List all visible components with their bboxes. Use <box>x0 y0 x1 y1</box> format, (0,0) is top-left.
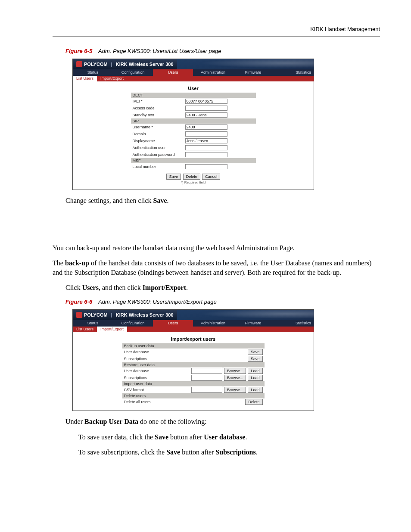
backup-subs-label: Subscriptions <box>124 357 147 361</box>
subtab-list-users[interactable]: List Users <box>73 76 97 81</box>
username-label: Username * <box>133 125 183 129</box>
tab-users[interactable]: Users <box>153 69 193 76</box>
admin-top-bar: POLYCOM | KIRK Wireless Server 300 <box>73 59 314 69</box>
tab-status[interactable]: Status <box>73 320 113 327</box>
text-bold: Users <box>82 284 99 291</box>
text: . <box>256 448 258 456</box>
ipei-field[interactable] <box>185 99 227 104</box>
restore-userdb-load-button[interactable]: Load <box>248 368 262 374</box>
import-csv-load-button[interactable]: Load <box>248 387 262 393</box>
standby-field[interactable] <box>185 112 227 118</box>
polycom-icon <box>76 312 82 318</box>
text: The <box>53 259 65 267</box>
tab-status[interactable]: Status <box>73 69 113 76</box>
import-csv-browse-button[interactable]: Browse... <box>224 387 246 393</box>
username-field[interactable] <box>185 124 227 130</box>
section-dect: DECT <box>131 93 256 98</box>
ie-panel-title: Import/export users <box>171 336 215 342</box>
main-tabs: Status Configuration Users Administratio… <box>73 69 314 76</box>
displayname-field[interactable] <box>185 138 227 143</box>
para-back-restore: You can back-up and restore the handset … <box>53 243 380 253</box>
text: of the handset data consists of two data… <box>53 259 371 276</box>
section-backup: Backup user data <box>122 343 265 348</box>
tab-statistics[interactable]: Statistics <box>273 69 314 76</box>
tab-configuration[interactable]: Configuration <box>113 69 153 76</box>
tab-configuration[interactable]: Configuration <box>113 320 153 327</box>
auth-pass-field[interactable] <box>185 152 227 157</box>
tab-statistics[interactable]: Statistics <box>273 320 314 327</box>
figure-caption-text: Adm. Page KWS300: Users/List Users/User … <box>98 48 221 54</box>
restore-subs-label: Subscriptions <box>124 376 147 380</box>
para-backup: The back-up of the handset data consists… <box>53 258 380 277</box>
delete-button[interactable]: Delete <box>183 174 200 180</box>
restore-subs-file[interactable] <box>191 375 222 381</box>
section-sip: SIP <box>131 118 256 124</box>
figure-6-5-caption: Figure 6-5 Adm. Page KWS300: Users/List … <box>65 48 380 54</box>
tab-firmware[interactable]: Firmware <box>233 320 273 327</box>
text-bold: Backup User Data <box>84 418 138 425</box>
backup-userdb-save-button[interactable]: Save <box>248 349 263 355</box>
subtab-import-export[interactable]: Import/Export <box>97 76 127 81</box>
cancel-button[interactable]: Cancel <box>202 174 220 180</box>
restore-userdb-browse-button[interactable]: Browse... <box>224 368 246 374</box>
text: . <box>245 433 247 441</box>
backup-subs-save-button[interactable]: Save <box>248 356 263 362</box>
user-panel-title: User <box>188 86 198 91</box>
tab-users[interactable]: Users <box>153 320 193 327</box>
text-bold: Subscriptions <box>215 448 255 456</box>
text: . <box>186 284 188 291</box>
auth-user-field[interactable] <box>185 145 227 150</box>
restore-subs-load-button[interactable]: Load <box>248 375 262 381</box>
figure-6-6-screenshot: POLYCOM | KIRK Wireless Server 300 Statu… <box>72 309 314 411</box>
figure-6-5-screenshot: POLYCOM | KIRK Wireless Server 300 Statu… <box>72 59 314 190</box>
tab-administration[interactable]: Administration <box>193 320 233 327</box>
section-delete: Delete users <box>122 393 265 398</box>
text-bold: back-up <box>65 259 89 267</box>
access-code-field[interactable] <box>185 106 227 111</box>
figure-6-6-caption: Figure 6-6 Adm. Page KWS300: Users/Impor… <box>65 299 380 305</box>
running-head: KIRK Handset Management <box>53 26 380 36</box>
domain-field[interactable] <box>185 131 227 137</box>
top-banner-graphic <box>177 59 314 69</box>
user-panel: DECT IPEI * Access code Standby text SIP… <box>131 93 256 184</box>
figure-caption-text: Adm. Page KWS300: Users/Import/Export pa… <box>98 299 217 305</box>
para-change-save: Change settings, and then click Save. <box>65 196 380 205</box>
tab-firmware[interactable]: Firmware <box>233 69 273 76</box>
ie-panel-body: Import/export users Backup user data Use… <box>73 332 314 411</box>
domain-label: Domain <box>133 132 183 136</box>
access-code-label: Access code <box>133 106 183 110</box>
import-csv-file[interactable] <box>191 387 222 393</box>
figure-id: Figure 6-5 <box>65 48 92 54</box>
text: Change settings, and then click <box>65 197 153 204</box>
admin-top-bar: POLYCOM | KIRK Wireless Server 300 <box>73 310 314 320</box>
sub-tabs: List Users Import/Export <box>73 76 314 81</box>
delete-all-button[interactable]: Delete <box>245 399 262 405</box>
para-click-import-export: Click Users, and then click Import/Expor… <box>65 283 380 292</box>
header-rule <box>53 36 380 37</box>
displayname-label: Displayname <box>133 139 183 143</box>
save-button[interactable]: Save <box>166 174 181 180</box>
top-banner-graphic <box>177 310 314 320</box>
brand-separator: | <box>111 62 112 67</box>
text: , and then click <box>99 284 143 291</box>
brand-a: POLYCOM <box>84 62 108 67</box>
section-msf: MSF <box>131 158 256 163</box>
restore-userdb-file[interactable] <box>191 368 222 374</box>
text: do one of the following: <box>138 418 207 425</box>
subtab-list-users[interactable]: List Users <box>73 327 97 332</box>
figure-id: Figure 6-6 <box>65 299 92 305</box>
text: Click <box>65 284 82 291</box>
local-number-label: Local number <box>133 165 183 169</box>
tab-administration[interactable]: Administration <box>193 69 233 76</box>
restore-userdb-label: User database <box>124 369 149 373</box>
text: . <box>167 197 169 204</box>
restore-subs-browse-button[interactable]: Browse... <box>224 375 246 381</box>
local-number-field[interactable] <box>185 164 227 169</box>
text: button after <box>168 433 204 441</box>
brand-logo: POLYCOM | KIRK Wireless Server 300 <box>73 312 177 318</box>
para-under-backup: Under Backup User Data do one of the fol… <box>65 417 380 426</box>
ie-panel: Backup user data User databaseSave Subsc… <box>122 343 265 405</box>
text-bold: Save <box>155 433 168 441</box>
ipei-label: IPEI * <box>133 99 183 103</box>
subtab-import-export[interactable]: Import/Export <box>97 327 127 332</box>
